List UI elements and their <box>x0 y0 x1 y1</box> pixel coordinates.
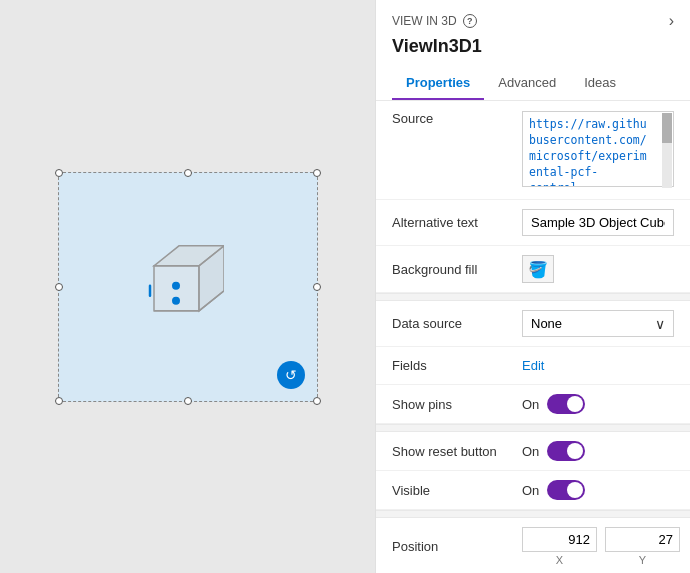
show-pins-row: Show pins On <box>376 385 690 424</box>
tab-properties[interactable]: Properties <box>392 67 484 100</box>
fill-icon: 🪣 <box>528 260 548 279</box>
handle-mid-left[interactable] <box>55 283 63 291</box>
tab-advanced[interactable]: Advanced <box>484 67 570 100</box>
position-row: Position X Y <box>376 518 690 573</box>
visible-on-text: On <box>522 483 539 498</box>
handle-mid-right[interactable] <box>313 283 321 291</box>
section-divider-3 <box>376 510 690 518</box>
show-reset-control: On <box>522 441 674 461</box>
tabs-row: Properties Advanced Ideas <box>392 67 674 100</box>
show-reset-label: Show reset button <box>392 444 522 459</box>
3d-cube <box>134 235 224 328</box>
show-reset-thumb <box>567 443 583 459</box>
data-source-select-wrapper[interactable]: None ∨ <box>522 310 674 337</box>
fields-label: Fields <box>392 358 522 373</box>
canvas-area: ↺ <box>0 0 375 573</box>
panel-header: VIEW IN 3D ? › ViewIn3D1 Properties Adva… <box>376 0 690 101</box>
handle-bottom-right[interactable] <box>313 397 321 405</box>
source-value-wrapper: https://raw.githubusercontent.com/micros… <box>522 111 674 190</box>
position-inputs: X Y <box>522 527 680 566</box>
handle-top-right[interactable] <box>313 169 321 177</box>
alt-text-label: Alternative text <box>392 215 522 230</box>
data-source-row: Data source None ∨ <box>376 301 690 347</box>
data-source-value: None ∨ <box>522 310 674 337</box>
component-name: ViewIn3D1 <box>392 36 674 57</box>
source-label: Source <box>392 111 522 126</box>
visible-row: Visible On <box>376 471 690 510</box>
properties-content: Source https://raw.githubusercontent.com… <box>376 101 690 573</box>
svg-point-5 <box>172 281 180 289</box>
svg-point-6 <box>172 296 180 304</box>
visible-label: Visible <box>392 483 522 498</box>
bg-fill-value: 🪣 <box>522 255 674 283</box>
handle-top-center[interactable] <box>184 169 192 177</box>
source-textarea[interactable]: https://raw.githubusercontent.com/micros… <box>522 111 674 187</box>
show-pins-toggle[interactable] <box>547 394 585 414</box>
source-row: Source https://raw.githubusercontent.com… <box>376 101 690 200</box>
rotate-handle[interactable]: ↺ <box>277 361 305 389</box>
fields-edit-button[interactable]: Edit <box>522 358 544 373</box>
view-in-3d-text: VIEW IN 3D <box>392 14 457 28</box>
handle-bottom-center[interactable] <box>184 397 192 405</box>
handle-bottom-left[interactable] <box>55 397 63 405</box>
help-icon[interactable]: ? <box>463 14 477 28</box>
show-pins-label: Show pins <box>392 397 522 412</box>
position-x-input[interactable] <box>522 527 597 552</box>
show-pins-on-text: On <box>522 397 539 412</box>
visible-toggle[interactable] <box>547 480 585 500</box>
source-scrollbar[interactable] <box>662 113 672 188</box>
view-in-3d-label: VIEW IN 3D ? <box>392 14 477 28</box>
bg-fill-row: Background fill 🪣 <box>376 246 690 293</box>
visible-control: On <box>522 480 674 500</box>
select-chevron-icon: ∨ <box>647 316 673 332</box>
tab-ideas[interactable]: Ideas <box>570 67 630 100</box>
fields-row: Fields Edit <box>376 347 690 385</box>
fields-edit-wrapper: Edit <box>522 358 674 373</box>
show-reset-toggle[interactable] <box>547 441 585 461</box>
bg-fill-label: Background fill <box>392 262 522 277</box>
show-pins-thumb <box>567 396 583 412</box>
expand-icon[interactable]: › <box>669 12 674 30</box>
handle-top-left[interactable] <box>55 169 63 177</box>
section-divider-2 <box>376 424 690 432</box>
view-in-3d-row: VIEW IN 3D ? › <box>392 12 674 30</box>
show-pins-control: On <box>522 394 674 414</box>
position-label: Position <box>392 539 522 554</box>
position-y-group: Y <box>605 527 680 566</box>
section-divider-1 <box>376 293 690 301</box>
position-y-label: Y <box>639 554 646 566</box>
bg-fill-button[interactable]: 🪣 <box>522 255 554 283</box>
alt-text-row: Alternative text <box>376 200 690 246</box>
source-scrollbar-thumb <box>662 113 672 143</box>
data-source-label: Data source <box>392 316 522 331</box>
visible-thumb <box>567 482 583 498</box>
data-source-select[interactable]: None <box>523 311 647 336</box>
position-x-label: X <box>556 554 563 566</box>
show-reset-row: Show reset button On <box>376 432 690 471</box>
alt-text-value <box>522 209 674 236</box>
selection-box[interactable]: ↺ <box>58 172 318 402</box>
position-y-input[interactable] <box>605 527 680 552</box>
position-x-group: X <box>522 527 597 566</box>
position-inputs-group: X Y <box>522 527 680 566</box>
alt-text-input[interactable] <box>522 209 674 236</box>
right-panel: VIEW IN 3D ? › ViewIn3D1 Properties Adva… <box>375 0 690 573</box>
show-reset-on-text: On <box>522 444 539 459</box>
